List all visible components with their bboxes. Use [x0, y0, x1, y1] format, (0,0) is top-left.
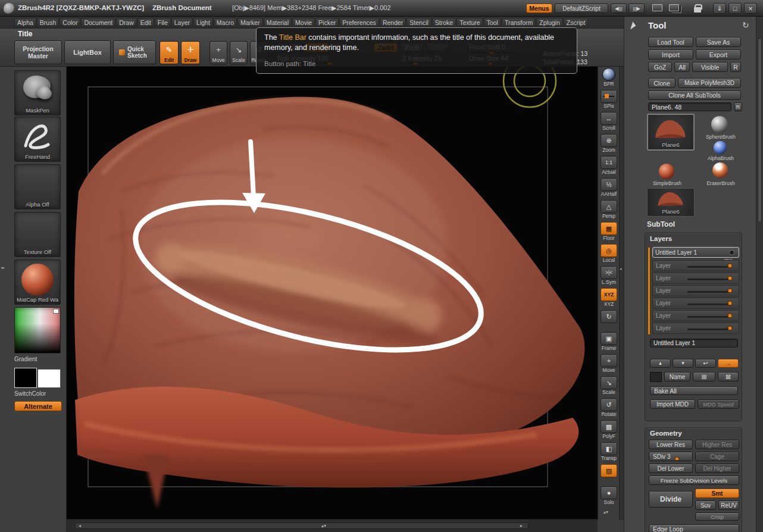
menu-zscript[interactable]: Zscript	[564, 18, 589, 27]
menu-macro[interactable]: Macro	[214, 18, 237, 27]
rail-ghost[interactable]: ▨	[599, 464, 619, 486]
menus-button[interactable]: Menus	[526, 4, 552, 13]
menu-alpha[interactable]: Alpha	[14, 18, 36, 27]
edge-loop-button[interactable]: Edge Loop	[649, 524, 739, 532]
scroll-center-arrows[interactable]: ▴▾	[321, 523, 326, 529]
menu-document[interactable]: Document	[81, 18, 115, 27]
menu-edit[interactable]: Edit	[137, 18, 154, 27]
clone-all-subtools-button[interactable]: Clone All SubTools	[648, 90, 741, 100]
draw-button[interactable]: ✛ Draw	[181, 41, 200, 64]
layer-row[interactable]: Layer	[652, 310, 739, 321]
single-view-icon[interactable]	[652, 4, 662, 11]
rail-transp[interactable]: ◧Transp	[599, 442, 619, 464]
layer-go-button[interactable]: →	[718, 359, 739, 368]
canvas-scrollbar[interactable]: ◂ ▴▾ ▸	[67, 519, 598, 532]
rail-spin[interactable]: ↻	[599, 310, 619, 331]
all-button[interactable]: All	[674, 62, 690, 72]
menu-texture[interactable]: Texture	[456, 18, 483, 27]
layer-opacity-track[interactable]	[687, 278, 731, 280]
reuv-button[interactable]: ReUV	[718, 500, 739, 510]
default-zscript-button[interactable]: DefaultZScript	[555, 4, 608, 13]
alpha-thumbnail[interactable]: Alpha Off	[14, 164, 61, 209]
goz-r-button[interactable]: R	[730, 62, 741, 72]
menu-marker[interactable]: Marker	[237, 18, 263, 27]
texture-thumbnail[interactable]: Texture Off	[14, 212, 61, 257]
close-window-button[interactable]: ×	[744, 3, 757, 14]
alternate-button[interactable]: Alternate	[14, 401, 62, 411]
menu-movie[interactable]: Movie	[292, 18, 315, 27]
edit-button[interactable]: ✎ Edit	[160, 41, 179, 64]
mdd-speed-button[interactable]: MDD Speed	[698, 399, 739, 409]
smt-button[interactable]: Smt	[695, 489, 739, 498]
visible-button[interactable]: Visible	[692, 62, 728, 72]
menu-layer[interactable]: Layer	[171, 18, 193, 27]
rail-solo[interactable]: ●Solo	[599, 486, 619, 508]
panel-scroll-handle[interactable]	[758, 38, 762, 223]
goz-button[interactable]: GoZ	[648, 62, 672, 72]
right-divider-arrow[interactable]: ◂	[620, 267, 622, 271]
menu-draw[interactable]: Draw	[116, 18, 137, 27]
rail-xyz[interactable]: XYZXYZ	[599, 288, 619, 309]
active-tool-name[interactable]: Plane6. 48	[648, 102, 731, 111]
higher-res-button[interactable]: Higher Res	[695, 440, 739, 449]
layer-opacity-track[interactable]	[687, 266, 731, 268]
lower-res-button[interactable]: Lower Res	[649, 440, 693, 449]
rail-floor[interactable]: ▦Floor	[599, 222, 619, 243]
layer-thumb-box[interactable]	[650, 372, 662, 382]
rail-spix[interactable]: SPix	[599, 90, 619, 111]
save-as-button[interactable]: Save As	[696, 37, 741, 47]
layer-row[interactable]: Layer	[652, 260, 739, 271]
rail-l-sym[interactable]: >|<L.Sym	[599, 266, 619, 287]
layer-down-button[interactable]: ▼	[673, 359, 693, 368]
layers-header[interactable]: Layers	[650, 235, 672, 242]
rail-bpr[interactable]: BPR	[599, 68, 619, 89]
menu-zplugin[interactable]: Zplugin	[536, 18, 562, 27]
tool-r-button[interactable]: R	[734, 102, 742, 111]
rail-actual[interactable]: 1:1Actual	[599, 156, 619, 177]
del-higher-button[interactable]: Del Higher	[695, 464, 739, 473]
layer-row[interactable]: Layer	[652, 298, 739, 309]
projection-master-button[interactable]: Projection Master	[14, 40, 62, 64]
layer-undo-button[interactable]: ↩	[695, 359, 716, 368]
menu-tool[interactable]: Tool	[484, 18, 501, 27]
layer-row[interactable]: Layer	[652, 285, 739, 296]
layer-opacity-track[interactable]	[687, 303, 731, 305]
layer-opacity-handle[interactable]	[728, 289, 732, 293]
color-picker-swatch[interactable]	[14, 307, 61, 353]
spherebrush-icon[interactable]	[711, 116, 728, 133]
export-button[interactable]: Export	[696, 49, 741, 60]
lightbox-button[interactable]: LightBox	[64, 40, 111, 64]
scroll-right-arrow[interactable]: ▸	[520, 523, 523, 529]
layer-opacity-track[interactable]	[687, 316, 731, 318]
canvas-scroll-track[interactable]	[75, 522, 529, 529]
layer-row[interactable]: Layer	[652, 273, 739, 284]
active-tool-thumbnail[interactable]: Plane6	[647, 114, 695, 151]
reset-icon[interactable]: ↻	[742, 20, 749, 30]
menu-brush[interactable]: Brush	[37, 18, 59, 27]
layer-delete-button[interactable]: ⊠	[718, 372, 739, 381]
panel-scrollbar[interactable]	[756, 17, 763, 532]
del-lower-button[interactable]: Del Lower	[649, 464, 693, 473]
geometry-header[interactable]: Geometry	[650, 430, 682, 437]
shelf-scroll-left-button[interactable]: ◀|||	[611, 4, 627, 13]
restore-window-button[interactable]: □	[728, 3, 742, 14]
subtool-section-header[interactable]: SubTool	[647, 220, 675, 229]
menu-stencil[interactable]: Stencil	[406, 18, 431, 27]
import-button[interactable]: Import	[648, 49, 693, 60]
layer-opacity-handle[interactable]	[728, 314, 732, 318]
crisp-button[interactable]: Crisp	[695, 512, 739, 521]
menu-light[interactable]: Light	[193, 18, 213, 27]
shelf-scroll-right-button[interactable]: |||▶	[628, 4, 645, 13]
brush-thumbnail[interactable]: MaskPen	[14, 70, 61, 115]
sdiv-slider[interactable]: SDiv 3	[649, 452, 693, 461]
bake-all-button[interactable]: Bake All	[650, 386, 738, 395]
layer-opacity-handle[interactable]	[728, 264, 732, 268]
rail-move[interactable]: +Move	[599, 354, 619, 375]
lock-icon[interactable]	[694, 3, 701, 12]
scroll-left-arrow[interactable]: ◂	[79, 523, 81, 529]
alphabrush-icon[interactable]	[714, 141, 727, 154]
menu-material[interactable]: Material	[264, 18, 292, 27]
layer-opacity-handle[interactable]	[728, 276, 732, 280]
rail-scale[interactable]: ↘Scale	[599, 376, 619, 398]
layer-opacity-handle[interactable]	[728, 326, 732, 330]
